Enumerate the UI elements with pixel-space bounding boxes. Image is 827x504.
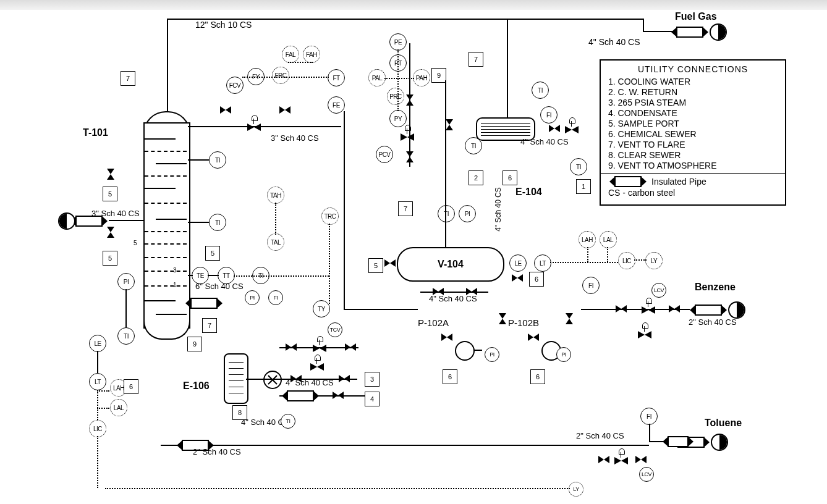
- window-shade: [0, 0, 827, 10]
- instr-pal: PAL: [368, 69, 386, 86]
- instr-fe: FE: [328, 96, 345, 114]
- instr-ft: FT: [328, 69, 345, 86]
- legend-cs: CS - carbon steel: [608, 188, 778, 198]
- instr-le-v104: LE: [509, 254, 527, 272]
- instr-py: PY: [389, 110, 407, 127]
- instr-lal: LAL: [110, 399, 127, 416]
- instr-tah: TAH: [267, 187, 284, 204]
- instr-ti-e104c: TI: [465, 137, 482, 154]
- stream-fuel-gas: Fuel Gas: [675, 11, 717, 22]
- instr-fi-e104: FI: [540, 106, 558, 124]
- util-2a: 2: [469, 170, 483, 185]
- instr-ty: TY: [313, 300, 330, 317]
- valve-bp1: [220, 106, 231, 114]
- instr-pi-v104: PI: [459, 205, 476, 222]
- instr-frc: FRC: [272, 67, 289, 84]
- legend-inspipe: Insulated Pipe: [651, 177, 706, 187]
- equip-e106-label: E-106: [183, 380, 210, 392]
- util-3a: 3: [365, 372, 380, 387]
- equip-p102a-label: P-102A: [418, 317, 449, 328]
- instr-tal: TAL: [267, 233, 284, 251]
- cvalve-bz2: [638, 325, 651, 338]
- stream-toluene: Toluene: [705, 418, 742, 429]
- spec-reboiler: 4" Sch 40 CS: [286, 378, 334, 387]
- inspipe-reb: [190, 298, 218, 309]
- instr-pi-reb: PI: [245, 290, 260, 305]
- inspipe-legend-icon: [614, 176, 642, 187]
- legend-item: 5. SAMPLE PORT: [608, 119, 778, 128]
- cvalve-pcv: [401, 127, 414, 141]
- instr-lt-v104: LT: [534, 254, 551, 272]
- util-9a: 9: [187, 337, 202, 351]
- instr-fcv: FCV: [226, 77, 244, 94]
- spec-toluene: 2" Sch 40 CS: [576, 431, 624, 440]
- equip-v104: V-104: [397, 247, 504, 282]
- spec-v104out: 4" Sch 40 CS: [429, 294, 477, 303]
- legend-item: 3. 265 PSIA STEAM: [608, 98, 778, 107]
- valve-stm2: [339, 375, 350, 382]
- util-7d: 7: [398, 201, 413, 216]
- instr-lic: LIC: [89, 420, 106, 437]
- instr-prc: PRC: [387, 88, 404, 105]
- spec-v104-vert: 4" Sch 40 CS: [494, 187, 503, 232]
- util-5a: 5: [103, 187, 117, 201]
- valve-p102a-suc: [441, 334, 452, 341]
- valve-p102b-suc: [528, 334, 539, 341]
- valve-bp2: [279, 106, 291, 114]
- instr-ti-2: TI: [209, 214, 226, 231]
- instr-ti-e104a: TI: [532, 82, 549, 99]
- cvalve-stm: [310, 357, 324, 371]
- instr-lah-v104: LAH: [579, 231, 596, 248]
- legend-item: 7. VENT TO FLARE: [608, 140, 778, 149]
- valve-t2: [345, 343, 356, 351]
- instr-fi-tol: FI: [640, 408, 658, 425]
- cvalve-tcv: [313, 338, 326, 352]
- util-5b: 5: [103, 251, 117, 266]
- spec-reflux: 3" Sch 40 CS: [271, 133, 319, 143]
- instr-pi-p102b: PI: [556, 347, 571, 362]
- legend-item: 2. C. W. RETURN: [608, 87, 778, 97]
- spec-6sch40: 6" Sch 40 CS: [195, 282, 244, 291]
- valve-v104-d1: [512, 274, 523, 282]
- legend-item: 8. CLEAR SEWER: [608, 150, 778, 160]
- util-7c: 7: [469, 52, 483, 67]
- instr-fal: FAL: [282, 46, 299, 63]
- cvalve-tol: [614, 451, 628, 464]
- valve-p3: [446, 119, 453, 130]
- instr-lt: LT: [89, 373, 106, 390]
- instr-fi-reb: FI: [268, 290, 283, 305]
- terminator-fuel-gas: [676, 25, 710, 37]
- valve-e104a: [549, 125, 560, 132]
- legend-item: 4. CONDENSATE: [608, 108, 778, 118]
- instr-ti-reboil: TI: [281, 414, 295, 429]
- spec-benzene: 2" Sch 40 CS: [689, 317, 737, 327]
- inspipe-cond: [287, 390, 314, 401]
- instr-pah: PAH: [413, 69, 430, 86]
- valve-tol2: [635, 456, 647, 463]
- equip-t101: [143, 122, 190, 329]
- instr-ly-v104: LY: [645, 252, 663, 269]
- valve-feed-block2: [107, 169, 114, 180]
- util-9b: 9: [431, 68, 446, 83]
- util-6d: 6: [443, 369, 457, 384]
- valve-p102b-ck: [566, 313, 573, 324]
- equip-v104-label: V-104: [438, 259, 464, 270]
- spec-bottoms: 2" Sch 40 CS: [193, 447, 241, 456]
- instr-ti-1: TI: [209, 151, 226, 169]
- instr-lic-v104: LIC: [618, 252, 635, 269]
- instr-ti-e104b: TI: [570, 158, 587, 175]
- legend-item: 1. COOLING WATER: [608, 77, 778, 86]
- pid-diagram: { "streams":{ "fuel_gas":"Fuel Gas", "be…: [0, 0, 827, 504]
- terminator-benzene: [695, 303, 728, 315]
- instr-trc: TRC: [321, 208, 339, 225]
- mixer-icon: [263, 371, 282, 389]
- util-5d: 5: [368, 258, 383, 273]
- equip-e106: [224, 353, 248, 404]
- util-4a: 4: [365, 392, 380, 406]
- cvalve-fcv: [247, 117, 261, 131]
- instr-pe: PE: [389, 33, 407, 51]
- instr-pi-col: PI: [117, 273, 135, 290]
- util-7b: 7: [202, 318, 217, 333]
- stream-benzene: Benzene: [695, 282, 736, 293]
- cvalve-bz: [642, 300, 655, 314]
